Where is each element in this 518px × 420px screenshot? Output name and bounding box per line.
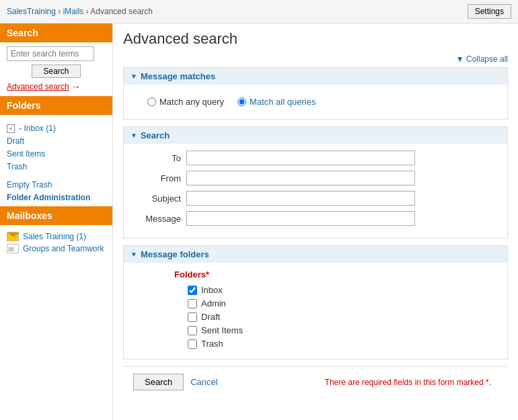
message-folders-title: Message folders [141,249,209,259]
sidebar-folders-header: Folders [0,96,112,115]
field-label-subject: Subject [134,194,181,204]
list-item: + - Inbox (1) [7,122,106,134]
search-button[interactable]: Search [32,65,80,78]
mailbox-groups-link[interactable]: Groups and Teamwork [23,244,104,253]
folder-administration-link[interactable]: Folder Administration [7,193,90,202]
field-label-from: From [134,173,181,183]
list-item: Draft [7,134,106,147]
checkbox-sent-items[interactable]: Sent Items [188,325,497,335]
checkbox-draft-input[interactable] [188,312,197,322]
triangle-down-icon: ▼ [131,73,137,80]
search-from-input[interactable] [186,171,415,185]
main-content: Advanced search ▼ Collapse all ▼ Message… [113,24,518,420]
checkbox-list-folders: Inbox Admin Draft Sent Items [188,285,497,349]
bottom-bar: Search Cancel There are required fields … [123,366,508,397]
cancel-button[interactable]: Cancel [190,377,217,387]
triangle-down-icon-3: ▼ [131,251,137,258]
sidebar: Search Search Advanced search ← Folders … [0,24,113,420]
folder-list: + - Inbox (1) Draft Sent Items Trash [7,119,106,175]
field-row-to: To [134,151,497,165]
search-message-input[interactable] [186,211,415,226]
collapse-all-button[interactable]: ▼ Collapse all [123,54,508,64]
checkbox-trash-input[interactable] [188,339,197,349]
breadcrumb: SalesTraining › iMails › Advanced search… [0,0,518,24]
search-input[interactable] [7,46,94,61]
submit-search-button[interactable]: Search [133,374,184,390]
message-matches-header: ▼ Message matches [124,68,507,85]
checkbox-inbox[interactable]: Inbox [188,285,497,295]
radio-match-all[interactable]: Match all queries [237,97,316,107]
advanced-search-link[interactable]: Advanced search [7,82,69,91]
breadcrumb-current: Advanced search [90,7,153,16]
message-folders-header: ▼ Message folders [124,246,507,263]
field-row-message: Message [134,211,497,226]
message-matches-section: ▼ Message matches Match any query Match … [123,67,508,120]
field-row-from: From [134,171,497,185]
mailbox-icon-plain: ✉ [7,244,19,253]
sidebar-search-header: Search [0,24,112,42]
settings-button[interactable]: Settings [468,4,511,19]
breadcrumb-imails[interactable]: iMails [63,7,84,16]
sidebar-search-section: Search Search Advanced search ← [0,24,112,96]
search-to-input[interactable] [186,151,415,165]
triangle-down-icon-2: ▼ [131,132,137,139]
search-fields-header: ▼ Search [124,127,507,144]
radio-match-all-input[interactable] [237,97,246,106]
radio-group-query: Match any query Match all queries [134,91,497,112]
checkbox-sent-input[interactable] [188,326,197,335]
checkbox-admin-input[interactable] [188,299,197,308]
message-matches-title: Message matches [141,71,215,81]
mailbox-item-sales[interactable]: Sales Training (1) [7,232,106,241]
checkbox-inbox-input[interactable] [188,286,197,295]
radio-match-any[interactable]: Match any query [147,97,224,107]
field-label-to: To [134,153,181,163]
page-title: Advanced search [123,30,508,48]
folders-required-label: Folders* [174,269,497,280]
folder-inbox-link[interactable]: + - Inbox (1) [7,124,56,133]
expand-icon[interactable]: + [7,124,15,133]
radio-match-any-input[interactable] [147,97,156,106]
checkbox-trash[interactable]: Trash [188,339,497,349]
sidebar-mailboxes-section: Mailboxes Sales Training (1) ✉ Groups an… [0,206,112,260]
search-fields-section: ▼ Search To From Subject Message [123,126,508,239]
required-fields-message: There are required fields in this form m… [225,378,491,387]
breadcrumb-salestraining[interactable]: SalesTraining [7,7,56,16]
sidebar-mailboxes-header: Mailboxes [0,206,112,225]
checkbox-admin[interactable]: Admin [188,298,497,308]
mailbox-sales-link[interactable]: Sales Training (1) [23,232,86,241]
folder-sent-link[interactable]: Sent Items [7,149,45,159]
search-fields-title: Search [141,130,170,140]
search-subject-input[interactable] [186,191,415,206]
checkbox-draft[interactable]: Draft [188,312,497,322]
empty-trash-link[interactable]: Empty Trash [7,180,52,190]
mailbox-icon-gold [7,232,19,241]
arrow-icon: ← [71,81,81,92]
sidebar-folders-section: Folders + - Inbox (1) Draft Sent Items [0,96,112,206]
field-label-message: Message [134,214,181,224]
list-item: Sent Items [7,147,106,160]
mailbox-item-groups[interactable]: ✉ Groups and Teamwork [7,244,106,253]
folder-draft-link[interactable]: Draft [7,136,24,146]
folder-trash-link[interactable]: Trash [7,162,27,171]
list-item: Trash [7,160,106,173]
message-folders-section: ▼ Message folders Folders* Inbox Admin [123,245,508,360]
field-row-subject: Subject [134,191,497,206]
